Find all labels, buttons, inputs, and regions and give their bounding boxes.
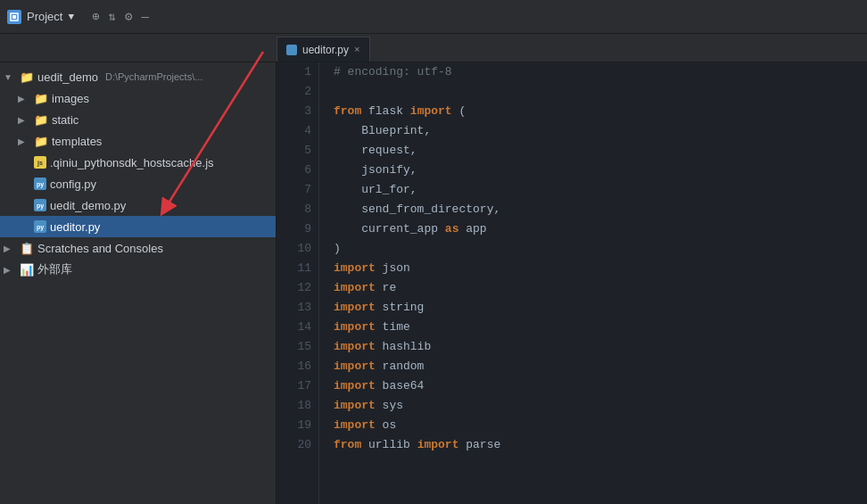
sidebar-item-config[interactable]: py config.py (0, 173, 276, 194)
static-label: static (52, 113, 78, 127)
line-number: 2 (277, 82, 311, 102)
tab-close-button[interactable]: × (354, 45, 360, 55)
config-label: config.py (50, 178, 96, 191)
code-line: import re (334, 278, 867, 298)
sync-icon[interactable]: ⇅ (109, 9, 116, 24)
code-content[interactable]: # encoding: utf-8 from flask import ( Bl… (319, 62, 867, 504)
line-number: 7 (277, 180, 311, 200)
code-line: import json (334, 259, 867, 278)
code-line: import time (334, 318, 867, 337)
code-line: from flask import ( (334, 102, 867, 121)
folder-icon-static: 📁 (34, 113, 48, 127)
minimize-icon[interactable]: — (141, 10, 148, 24)
sidebar-item-external[interactable]: 📊 外部库 (0, 259, 276, 280)
tab-file-icon (286, 45, 297, 55)
code-line (334, 82, 867, 102)
chevron-images (18, 94, 30, 103)
chevron-templates (18, 136, 30, 146)
code-line: import os (334, 416, 867, 435)
scratches-label: Scratches and Consoles (37, 242, 163, 255)
tab-bar: ueditor.py × (0, 34, 867, 62)
code-line: import base64 (334, 376, 867, 396)
code-line: from urllib import parse (334, 435, 867, 455)
uedit-demo-label: uedit_demo.py (50, 199, 126, 212)
tab-label: ueditor.py (302, 44, 349, 56)
external-icon: 📊 (20, 263, 34, 277)
sidebar-item-ueditor[interactable]: py ueditor.py (0, 216, 276, 237)
svg-rect-1 (12, 15, 16, 19)
line-number: 4 (277, 121, 311, 141)
settings-icon[interactable]: ⚙ (125, 9, 132, 24)
line-number: 6 (277, 161, 311, 180)
project-icon (7, 10, 21, 24)
external-label: 外部库 (37, 261, 72, 277)
project-label[interactable]: Project (27, 10, 62, 23)
toolbar-icons: ⊕ ⇅ ⚙ — (92, 9, 149, 24)
templates-label: templates (52, 135, 102, 148)
images-label: images (52, 92, 89, 105)
folder-icon-templates: 📁 (34, 135, 48, 148)
folder-icon-images: 📁 (34, 92, 48, 105)
py-file-icon-uedit-demo: py (34, 199, 46, 211)
chevron-scratches (4, 244, 16, 253)
tab-ueditor[interactable]: ueditor.py × (277, 37, 370, 62)
chevron-root (4, 72, 16, 82)
root-label: uedit_demo (37, 70, 98, 84)
sidebar-item-uedit-demo[interactable]: py uedit_demo.py (0, 194, 276, 216)
line-number: 16 (277, 357, 311, 376)
sidebar-item-images[interactable]: 📁 images (0, 87, 276, 109)
line-number: 17 (277, 376, 311, 396)
main-content: 📁 uedit_demo D:\PycharmProjects\... 📁 im… (0, 62, 867, 504)
code-line: jsonify, (334, 161, 867, 180)
sidebar-item-root[interactable]: 📁 uedit_demo D:\PycharmProjects\... (0, 66, 276, 87)
line-number: 13 (277, 298, 311, 318)
line-number: 11 (277, 259, 311, 278)
code-line: import random (334, 357, 867, 376)
line-number: 14 (277, 318, 311, 337)
code-line: Blueprint, (334, 121, 867, 141)
project-dropdown-icon[interactable]: ▼ (68, 12, 74, 22)
code-line: url_for, (334, 180, 867, 200)
line-number: 8 (277, 200, 311, 219)
chevron-static (18, 115, 30, 125)
line-number: 1 (277, 62, 311, 82)
code-line: import string (334, 298, 867, 318)
code-line: current_app as app (334, 219, 867, 239)
sidebar-item-templates[interactable]: 📁 templates (0, 130, 276, 152)
scratches-icon: 📋 (20, 242, 34, 255)
py-file-icon-config: py (34, 178, 46, 190)
line-number: 18 (277, 396, 311, 416)
line-number: 9 (277, 219, 311, 239)
editor-area: 1234567891011121314151617181920 # encodi… (277, 62, 867, 504)
code-line: send_from_directory, (334, 200, 867, 219)
py-file-icon-ueditor: py (34, 220, 46, 233)
root-path: D:\PycharmProjects\... (105, 71, 202, 82)
project-section: Project ▼ (7, 10, 74, 24)
qiniu-label: .qiniu_pythonsdk_hostscache.js (50, 156, 214, 169)
line-number: 15 (277, 337, 311, 357)
line-number: 10 (277, 239, 311, 259)
line-numbers: 1234567891011121314151617181920 (277, 62, 319, 504)
sidebar-item-qiniu[interactable]: js .qiniu_pythonsdk_hostscache.js (0, 152, 276, 173)
folder-icon-root: 📁 (20, 70, 34, 84)
title-bar: Project ▼ ⊕ ⇅ ⚙ — (0, 0, 867, 34)
code-line: request, (334, 141, 867, 161)
code-line: # encoding: utf-8 (334, 62, 867, 82)
ueditor-label: ueditor.py (50, 220, 100, 234)
line-number: 19 (277, 416, 311, 435)
line-number: 3 (277, 102, 311, 121)
globe-icon[interactable]: ⊕ (92, 9, 99, 24)
js-file-icon: js (34, 156, 46, 169)
chevron-external (4, 265, 16, 275)
sidebar: 📁 uedit_demo D:\PycharmProjects\... 📁 im… (0, 62, 277, 504)
sidebar-item-static[interactable]: 📁 static (0, 109, 276, 130)
code-line: ) (334, 239, 867, 259)
sidebar-item-scratches[interactable]: 📋 Scratches and Consoles (0, 237, 276, 259)
code-line: import hashlib (334, 337, 867, 357)
line-number: 5 (277, 141, 311, 161)
line-number: 20 (277, 435, 311, 455)
line-number: 12 (277, 278, 311, 298)
code-line: import sys (334, 396, 867, 416)
